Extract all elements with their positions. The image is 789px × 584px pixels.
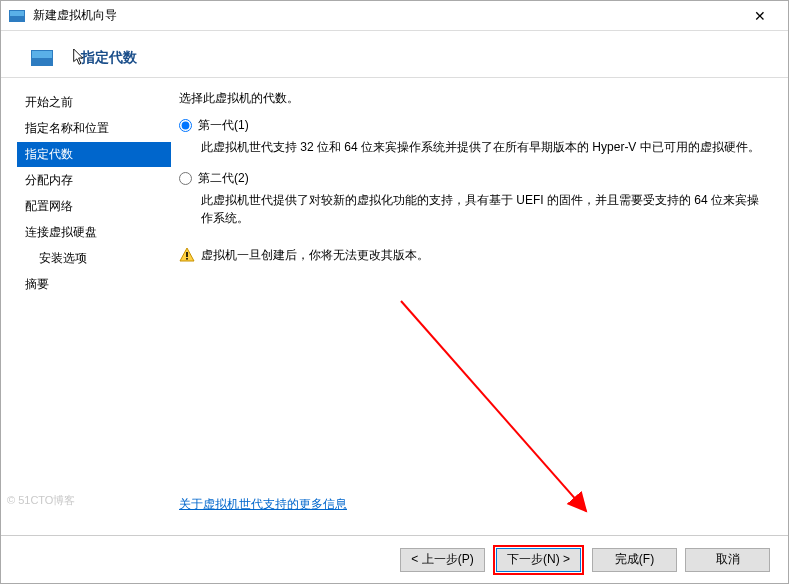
radio-gen1-label: 第一代(1)	[198, 117, 249, 134]
sidebar-item-summary[interactable]: 摘要	[17, 272, 171, 297]
cursor-icon	[73, 49, 87, 67]
wizard-header: 指定代数	[1, 31, 788, 78]
finish-button[interactable]: 完成(F)	[592, 548, 677, 572]
radio-gen1-input[interactable]	[179, 119, 192, 132]
sidebar-item-vhd[interactable]: 连接虚拟硬盘	[17, 220, 171, 245]
radio-gen2-input[interactable]	[179, 172, 192, 185]
svg-rect-1	[186, 258, 188, 260]
svg-rect-0	[186, 252, 188, 257]
link-row: 关于虚拟机世代支持的更多信息	[179, 496, 760, 513]
sidebar-item-memory[interactable]: 分配内存	[17, 168, 171, 193]
sidebar-item-network[interactable]: 配置网络	[17, 194, 171, 219]
footer: < 上一步(P) 下一步(N) > 完成(F) 取消	[1, 535, 788, 583]
content-pane: 选择此虚拟机的代数。 第一代(1) 此虚拟机世代支持 32 位和 64 位来宾操…	[171, 78, 788, 535]
option-gen2: 第二代(2) 此虚拟机世代提供了对较新的虚拟化功能的支持，具有基于 UEFI 的…	[179, 170, 760, 227]
wizard-window: 新建虚拟机向导 ✕ 指定代数 开始之前 指定名称和位置 指定代数 分配内存 配置…	[0, 0, 789, 584]
watermark: © 51CTO博客	[7, 493, 75, 508]
prev-button[interactable]: < 上一步(P)	[400, 548, 485, 572]
radio-gen1-desc: 此虚拟机世代支持 32 位和 64 位来宾操作系统并提供了在所有早期版本的 Hy…	[179, 138, 760, 156]
prompt-text: 选择此虚拟机的代数。	[179, 90, 760, 107]
sidebar-item-install-options[interactable]: 安装选项	[17, 246, 171, 271]
next-button[interactable]: 下一步(N) >	[496, 548, 581, 572]
warning-text: 虚拟机一旦创建后，你将无法更改其版本。	[201, 247, 429, 264]
warning: 虚拟机一旦创建后，你将无法更改其版本。	[179, 247, 760, 264]
next-button-highlight: 下一步(N) >	[493, 545, 584, 575]
radio-gen1[interactable]: 第一代(1)	[179, 117, 760, 134]
sidebar-item-name-location[interactable]: 指定名称和位置	[17, 116, 171, 141]
window-title: 新建虚拟机向导	[33, 7, 740, 24]
sidebar: 开始之前 指定名称和位置 指定代数 分配内存 配置网络 连接虚拟硬盘 安装选项 …	[1, 78, 171, 535]
page-title: 指定代数	[81, 49, 137, 67]
warning-icon	[179, 247, 195, 263]
radio-gen2[interactable]: 第二代(2)	[179, 170, 760, 187]
option-gen1: 第一代(1) 此虚拟机世代支持 32 位和 64 位来宾操作系统并提供了在所有早…	[179, 117, 760, 156]
app-icon	[9, 10, 25, 22]
sidebar-item-generation[interactable]: 指定代数	[17, 142, 171, 167]
wizard-body: 开始之前 指定名称和位置 指定代数 分配内存 配置网络 连接虚拟硬盘 安装选项 …	[1, 78, 788, 535]
radio-gen2-label: 第二代(2)	[198, 170, 249, 187]
titlebar: 新建虚拟机向导 ✕	[1, 1, 788, 31]
more-info-link[interactable]: 关于虚拟机世代支持的更多信息	[179, 497, 347, 511]
close-button[interactable]: ✕	[740, 2, 780, 30]
sidebar-item-before-begin[interactable]: 开始之前	[17, 90, 171, 115]
radio-gen2-desc: 此虚拟机世代提供了对较新的虚拟化功能的支持，具有基于 UEFI 的固件，并且需要…	[179, 191, 760, 227]
cancel-button[interactable]: 取消	[685, 548, 770, 572]
header-icon	[31, 50, 53, 66]
